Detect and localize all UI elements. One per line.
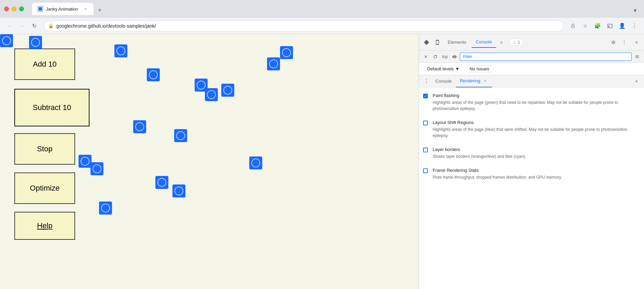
devtools-filter-row: top Filter — [419, 51, 644, 63]
animated-square — [0, 34, 13, 47]
address-bar[interactable]: 🔒 googlechrome.github.io/devtools-sample… — [44, 20, 563, 31]
share-button[interactable]: ⎙ — [568, 20, 578, 31]
url-text: googlechrome.github.io/devtools-samples/… — [56, 23, 559, 29]
eye-icon[interactable] — [450, 53, 459, 61]
tab-close-button[interactable]: × — [83, 6, 88, 12]
animated-square — [29, 36, 42, 49]
filter-text: Filter — [463, 54, 472, 59]
animated-square — [174, 129, 187, 142]
minimize-traffic-light[interactable] — [12, 6, 16, 11]
back-button[interactable]: ← — [4, 20, 15, 31]
devtools-topbar: Elements Console » ⚠ 1 ⚙ ⋮ × — [419, 34, 644, 51]
subtract10-button[interactable]: Subtract 10 — [14, 89, 89, 126]
animated-square — [221, 84, 234, 97]
optimize-button[interactable]: Optimize — [14, 173, 75, 204]
animated-square — [147, 68, 160, 81]
animated-square — [79, 155, 92, 168]
rendering-panel: Paint flashing Highlights areas of the p… — [419, 87, 644, 289]
paint-flashing-checkbox-wrap — [423, 94, 429, 99]
devtools-levels-row: Default levels ▼ No Issues — [419, 63, 644, 75]
profile-button[interactable]: 👤 — [617, 20, 628, 31]
warning-count: 1 — [518, 40, 520, 45]
layer-borders-item: Layer borders Shows layer borders (orang… — [423, 147, 639, 160]
animated-square — [90, 162, 103, 175]
devtools-settings-button[interactable]: ⚙ — [608, 38, 618, 47]
maximize-traffic-light[interactable] — [19, 6, 24, 11]
tab-title: Janky Animation — [46, 6, 80, 12]
main-area: Add 10 Subtract 10 Stop Optimize Help — [0, 34, 644, 289]
devtools-drawer-tabs: ⋮ Console Rendering × × — [419, 75, 644, 87]
warning-badge[interactable]: ⚠ 1 — [509, 39, 523, 46]
paint-flashing-checkbox[interactable] — [423, 94, 428, 98]
bookmark-button[interactable]: ☆ — [580, 20, 591, 31]
animated-square — [205, 88, 218, 101]
inspect-element-button[interactable] — [422, 38, 431, 47]
clear-console-button[interactable] — [422, 53, 430, 61]
sidebar-toggle-icon[interactable] — [633, 53, 641, 61]
drawer-tab-options[interactable]: ⋮ — [422, 77, 431, 86]
paint-flashing-title: Paint flashing — [433, 93, 639, 98]
more-tabs-button[interactable]: » — [498, 40, 505, 45]
forward-button[interactable]: → — [16, 20, 27, 31]
layer-borders-checkbox[interactable] — [423, 148, 428, 152]
close-traffic-light[interactable] — [4, 6, 9, 11]
browser-tab[interactable]: Janky Animation × — [32, 3, 94, 15]
refresh-console-button[interactable] — [431, 53, 439, 61]
animated-square — [249, 156, 262, 169]
cast-button[interactable] — [604, 20, 615, 31]
drawer-console-tab[interactable]: Console — [431, 75, 456, 87]
extensions-button[interactable]: 🧩 — [592, 20, 603, 31]
layout-shift-item: Layout Shift Regions Highlights areas of… — [423, 120, 639, 139]
console-tab[interactable]: Console — [472, 37, 496, 48]
drawer-rendering-tab[interactable]: Rendering × — [456, 75, 492, 87]
animated-square — [155, 176, 168, 189]
animated-square — [280, 46, 293, 59]
title-bar: Janky Animation × + ▾ — [0, 0, 644, 18]
tabs-area: Janky Animation × + ▾ — [32, 3, 640, 15]
frame-rendering-item: Frame Rendering Stats Plots frame throug… — [423, 168, 639, 180]
animated-square — [133, 120, 146, 133]
devtools-more-button[interactable]: ⋮ — [619, 38, 629, 47]
elements-tab[interactable]: Elements — [444, 37, 470, 48]
animated-square — [267, 57, 280, 70]
rendering-tab-close-button[interactable]: × — [482, 78, 488, 84]
browser-frame: Janky Animation × + ▾ ← → ↻ 🔒 googlechro… — [0, 0, 644, 289]
tab-favicon — [38, 6, 43, 12]
console-filter-input[interactable]: Filter — [460, 53, 632, 61]
device-toolbar-button[interactable] — [433, 38, 442, 47]
help-button[interactable]: Help — [14, 212, 75, 240]
page-content: Add 10 Subtract 10 Stop Optimize Help — [0, 34, 419, 289]
refresh-button[interactable]: ↻ — [29, 20, 40, 31]
layer-borders-title: Layer borders — [433, 147, 639, 152]
no-issues-badge[interactable]: No Issues — [465, 65, 494, 72]
layer-borders-checkbox-wrap — [423, 148, 429, 153]
traffic-lights — [4, 6, 24, 11]
layout-shift-checkbox[interactable] — [423, 121, 428, 125]
stop-button[interactable]: Stop — [14, 133, 75, 165]
devtools-close-button[interactable]: × — [632, 38, 641, 47]
frame-rendering-title: Frame Rendering Stats — [433, 168, 639, 173]
layout-shift-description: Highlights areas of the page (blue) that… — [433, 126, 639, 139]
warning-icon: ⚠ — [513, 40, 517, 45]
frame-rendering-checkbox[interactable] — [423, 168, 428, 173]
layout-shift-title: Layout Shift Regions — [433, 120, 639, 125]
context-selector[interactable]: top — [441, 53, 449, 61]
tab-dropdown-button[interactable]: ▾ — [630, 5, 640, 15]
animated-square — [172, 184, 185, 197]
drawer-close-button[interactable]: × — [632, 77, 641, 86]
devtools-panel: Elements Console » ⚠ 1 ⚙ ⋮ × — [419, 34, 644, 289]
lock-icon: 🔒 — [48, 23, 54, 28]
nav-actions: ⎙ ☆ 🧩 👤 ⋮ — [568, 20, 640, 31]
menu-button[interactable]: ⋮ — [629, 20, 640, 31]
layout-shift-checkbox-wrap — [423, 121, 429, 126]
frame-rendering-description: Plots frame throughput, dropped frames d… — [433, 174, 639, 180]
navigation-bar: ← → ↻ 🔒 googlechrome.github.io/devtools-… — [0, 18, 644, 34]
animated-square — [114, 44, 127, 57]
frame-rendering-checkbox-wrap — [423, 168, 429, 174]
animated-square — [99, 202, 112, 215]
dropdown-arrow-icon: ▼ — [455, 66, 460, 71]
new-tab-button[interactable]: + — [95, 5, 104, 15]
default-levels-dropdown[interactable]: Default levels ▼ — [424, 65, 462, 73]
paint-flashing-item: Paint flashing Highlights areas of the p… — [423, 93, 639, 112]
add10-button[interactable]: Add 10 — [14, 49, 75, 80]
